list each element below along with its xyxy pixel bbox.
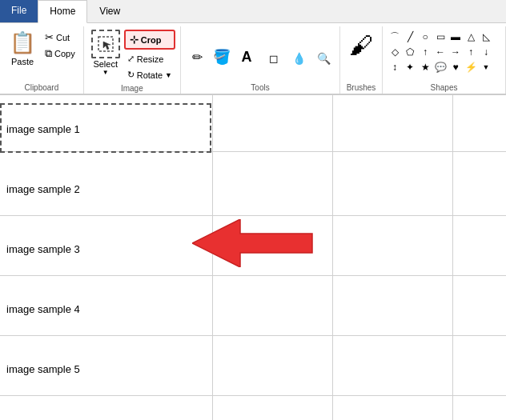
shape-larrow[interactable]: ← [433, 45, 448, 59]
grid-line-v3 [452, 95, 453, 420]
grid-line-v2 [332, 95, 333, 420]
resize-button[interactable]: ⤢ Resize [124, 52, 175, 66]
select-arrow: ▼ [102, 69, 109, 76]
image-group: Select ▼ ⊹ Crop ⤢ Resize ↻ Rotate ▼ [84, 26, 181, 94]
tools-group: ✏ 🪣 A ◻ 💧 🔍 Tools [181, 26, 340, 94]
shape-callout[interactable]: 💬 [433, 60, 448, 74]
grid-line-h1 [0, 151, 506, 152]
tab-home[interactable]: Home [38, 0, 87, 23]
shape-rtri[interactable]: ◺ [479, 30, 493, 44]
brushes-button[interactable]: 🖌 [345, 28, 377, 63]
shape-rect[interactable]: ▭ [433, 30, 448, 44]
grid-line-h2 [0, 215, 506, 216]
resize-icon: ⤢ [127, 54, 135, 64]
shape-oval[interactable]: ○ [418, 30, 432, 44]
ribbon-bar: 📋 Paste ✂ Cut ⧉ Copy Clipboard [0, 23, 506, 95]
eraser-button[interactable]: ◻ [263, 47, 285, 70]
shapes-label: Shapes [388, 81, 500, 94]
shape-rect2[interactable]: ▬ [448, 30, 463, 44]
image-label: Image [89, 82, 175, 94]
paste-label: Paste [11, 57, 34, 66]
shape-lightning[interactable]: ⚡ [464, 60, 478, 74]
image-label-4: image sample 4 [6, 303, 80, 315]
grid-line-h3 [0, 275, 506, 276]
canvas-surface[interactable]: image sample 1 image sample 2 image samp… [0, 95, 506, 420]
shapes-group: ⌒ ╱ ○ ▭ ▬ △ ◺ ◇ ⬠ ↑ ← → ↑ ↓ ↕ ✦ ★ 💬 ♥ ⚡ … [383, 26, 506, 94]
paste-button[interactable]: 📋 Paste [5, 26, 40, 70]
shape-line[interactable]: ╱ [403, 30, 417, 44]
rotate-button[interactable]: ↻ Rotate ▼ [124, 68, 175, 82]
image-label-5: image sample 5 [6, 363, 80, 375]
select-icon [91, 30, 120, 58]
brushes-label: Brushes [345, 81, 377, 94]
tab-file[interactable]: File [0, 0, 38, 22]
clipboard-label: Clipboard [5, 81, 78, 94]
shapes-more-button[interactable]: ▼ [479, 60, 493, 74]
grid-line-h4 [0, 335, 506, 336]
shape-darrow[interactable]: ↓ [479, 45, 493, 59]
shape-rarrow[interactable]: → [448, 45, 463, 59]
shape-heart[interactable]: ♥ [448, 60, 463, 74]
tab-view[interactable]: View [87, 0, 132, 22]
paste-icon: 📋 [10, 30, 35, 55]
image-label-3: image sample 3 [6, 243, 80, 255]
select-button[interactable]: Select ▼ [89, 26, 122, 79]
shape-pent[interactable]: ⬠ [403, 45, 417, 59]
cut-button[interactable]: ✂ Cut [42, 30, 78, 45]
rotate-arrow: ▼ [165, 71, 172, 79]
cut-icon: ✂ [45, 31, 54, 43]
resize-label: Resize [137, 54, 164, 64]
cut-label: Cut [56, 33, 70, 42]
shape-scroll[interactable]: ↑ [418, 45, 432, 59]
image-label-2: image sample 2 [6, 183, 80, 195]
shape-uarrow[interactable]: ↑ [464, 45, 478, 59]
brushes-group: 🖌 Brushes [340, 26, 383, 94]
tools-row2: ◻ 💧 🔍 [263, 47, 335, 70]
crop-button[interactable]: ⊹ Crop [124, 30, 175, 50]
copy-label: Copy [54, 49, 75, 58]
rotate-label: Rotate [137, 70, 163, 80]
shape-star5[interactable]: ★ [418, 60, 432, 74]
shape-4arrow[interactable]: ↕ [388, 60, 402, 74]
ribbon-tabs: File Home View [0, 0, 506, 23]
svg-marker-2 [192, 219, 312, 267]
clipboard-group: 📋 Paste ✂ Cut ⧉ Copy Clipboard [0, 26, 84, 94]
image-label-1: image sample 1 [6, 123, 80, 135]
canvas-area[interactable]: image sample 1 image sample 2 image samp… [0, 95, 506, 420]
shape-tri[interactable]: △ [464, 30, 478, 44]
shape-star4[interactable]: ✦ [403, 60, 417, 74]
crop-resize-rotate: ⊹ Crop ⤢ Resize ↻ Rotate ▼ [124, 30, 175, 82]
text-button[interactable]: A [235, 46, 258, 68]
svg-marker-1 [103, 42, 110, 50]
fill-button[interactable]: 🪣 [211, 46, 233, 68]
crop-label: Crop [141, 35, 162, 45]
grid-line-h5 [0, 395, 506, 396]
grid-line-v1 [212, 95, 213, 420]
copy-icon: ⧉ [45, 47, 52, 60]
shape-diamond[interactable]: ◇ [388, 45, 402, 59]
copy-button[interactable]: ⧉ Copy [42, 46, 78, 62]
shape-curve[interactable]: ⌒ [388, 30, 402, 44]
tools-label: Tools [186, 81, 335, 94]
crop-icon: ⊹ [130, 34, 139, 46]
magnifier-button[interactable]: 🔍 [312, 47, 335, 70]
rotate-icon: ↻ [127, 70, 135, 80]
picker-button[interactable]: 💧 [287, 47, 310, 70]
arrow-indicator [192, 219, 320, 270]
pencil-button[interactable]: ✏ [186, 46, 208, 68]
cut-copy-buttons: ✂ Cut ⧉ Copy [42, 30, 78, 62]
select-label: Select [93, 59, 118, 69]
